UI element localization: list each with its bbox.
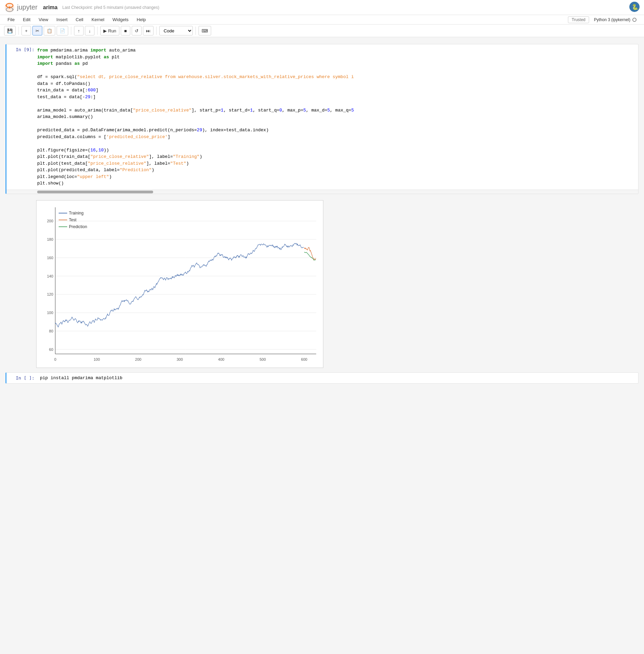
move-down-button[interactable]: ↓	[85, 26, 94, 35]
cut-cell-button[interactable]: ✂	[32, 26, 42, 35]
python-logo-icon: 🐍	[629, 1, 640, 12]
kernel-status-icon	[632, 18, 636, 22]
svg-point-3	[9, 6, 11, 9]
topbar: jupyter arima Last Checkpoint: před 5 mi…	[0, 0, 644, 15]
menu-view[interactable]: View	[35, 16, 52, 24]
svg-text:🐍: 🐍	[632, 4, 639, 10]
keyboard-shortcuts-button[interactable]: ⌨	[199, 26, 211, 35]
kernel-info: Python 3 (ipykernel)	[590, 17, 640, 23]
stop-button[interactable]: ■	[121, 26, 130, 35]
menu-widgets[interactable]: Widgets	[109, 16, 132, 24]
paste-cell-button[interactable]: 📄	[57, 26, 68, 35]
toolbar: 💾 + ✂ 📋 📄 ↑ ↓ ▶ Run ■ ↺ ⏭ Code Markdown …	[0, 25, 644, 37]
cell-prompt-2: In [ ]:	[6, 373, 37, 383]
toolbar-separator-2	[71, 27, 71, 35]
cell-content-2[interactable]: pip install pmdarima matplotlib	[37, 373, 638, 383]
chart-wrapper	[36, 200, 323, 368]
svg-point-5	[12, 9, 14, 10]
menu-insert[interactable]: Insert	[53, 16, 71, 24]
save-button[interactable]: 💾	[4, 26, 16, 35]
menubar: File Edit View Insert Cell Kernel Widget…	[0, 15, 644, 25]
toolbar-separator-4	[156, 27, 157, 35]
toolbar-separator-1	[18, 27, 19, 35]
jupyter-logo-icon	[4, 2, 15, 13]
jupyter-logo: jupyter	[4, 2, 38, 13]
chart-output	[5, 197, 639, 372]
menu-file[interactable]: File	[4, 16, 18, 24]
checkpoint-info: Last Checkpoint: před 5 minutami (unsave…	[62, 5, 159, 10]
cell-content-1[interactable]: from pmdarima.arima import auto_arima im…	[37, 44, 638, 190]
cell-scrollbar-1[interactable]	[6, 190, 638, 194]
main-content: In [9]: from pmdarima.arima import auto_…	[0, 37, 644, 393]
add-cell-button[interactable]: +	[21, 26, 31, 35]
run-label: Run	[108, 28, 116, 33]
copy-cell-button[interactable]: 📋	[44, 26, 55, 35]
svg-point-4	[5, 5, 7, 6]
cell-prompt-1: In [9]:	[6, 44, 37, 190]
code-block-1[interactable]: from pmdarima.arima import auto_arima im…	[37, 47, 635, 187]
cell-type-select[interactable]: Code Markdown Raw	[159, 26, 193, 35]
menu-edit[interactable]: Edit	[19, 16, 34, 24]
move-up-button[interactable]: ↑	[74, 26, 84, 35]
code-cell-2: In [ ]: pip install pmdarima matplotlib	[5, 372, 639, 384]
run-button[interactable]: ▶ Run	[100, 26, 119, 35]
run-icon: ▶	[103, 28, 107, 33]
menu-cell[interactable]: Cell	[72, 16, 87, 24]
trusted-badge[interactable]: Trusted	[568, 16, 589, 23]
jupyter-text: jupyter	[17, 3, 38, 11]
notebook-name[interactable]: arima	[43, 4, 58, 11]
menu-kernel[interactable]: Kernel	[88, 16, 108, 24]
line-chart	[36, 200, 323, 368]
toolbar-separator-3	[97, 27, 98, 35]
toolbar-separator-5	[195, 27, 196, 35]
code-block-2[interactable]: pip install pmdarima matplotlib	[40, 375, 635, 381]
restart-run-button[interactable]: ⏭	[143, 26, 153, 35]
code-cell-1: In [9]: from pmdarima.arima import auto_…	[5, 44, 639, 194]
restart-button[interactable]: ↺	[132, 26, 142, 35]
cell-scrollbar-thumb-1	[37, 191, 153, 193]
menu-help[interactable]: Help	[133, 16, 149, 24]
cell-input-1: In [9]: from pmdarima.arima import auto_…	[6, 44, 638, 190]
